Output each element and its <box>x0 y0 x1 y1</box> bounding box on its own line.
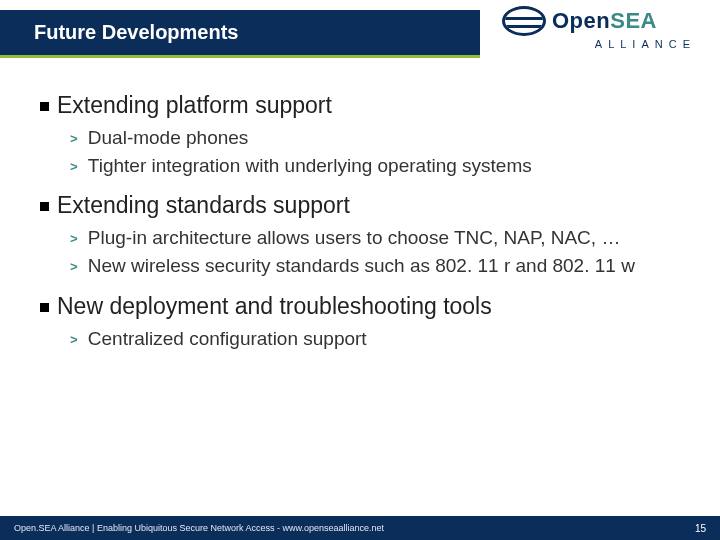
slide: Future Developments OpenSEA ALLIANCE Ext… <box>0 0 720 540</box>
section-heading: Extending standards support <box>40 192 680 219</box>
slide-title: Future Developments <box>34 21 238 44</box>
sub-list: > Dual-mode phones > Tighter integration… <box>70 125 680 178</box>
footer-text: Open.SEA Alliance | Enabling Ubiquitous … <box>14 523 384 533</box>
list-item: > Dual-mode phones <box>70 125 680 151</box>
logo-mark-icon <box>502 6 546 36</box>
item-text: Tighter integration with underlying oper… <box>88 153 680 179</box>
caret-icon: > <box>70 332 78 350</box>
logo-open: Open <box>552 8 610 33</box>
caret-icon: > <box>70 259 78 277</box>
item-text: Plug-in architecture allows users to cho… <box>88 225 680 251</box>
section-heading: Extending platform support <box>40 92 680 119</box>
heading-text: Extending platform support <box>57 92 332 119</box>
logo-row: OpenSEA <box>502 6 657 36</box>
item-text: Centralized configuration support <box>88 326 680 352</box>
section-3: New deployment and troubleshooting tools… <box>40 293 680 352</box>
page-number: 15 <box>695 523 706 534</box>
heading-text: New deployment and troubleshooting tools <box>57 293 492 320</box>
footer-bar: Open.SEA Alliance | Enabling Ubiquitous … <box>0 516 720 540</box>
logo-subtext: ALLIANCE <box>595 38 696 50</box>
square-bullet-icon <box>40 303 49 312</box>
title-bar: Future Developments <box>0 10 480 58</box>
content-area: Extending platform support > Dual-mode p… <box>40 92 680 365</box>
list-item: > Tighter integration with underlying op… <box>70 153 680 179</box>
section-2: Extending standards support > Plug-in ar… <box>40 192 680 278</box>
caret-icon: > <box>70 131 78 149</box>
list-item: > New wireless security standards such a… <box>70 253 680 279</box>
logo-text: OpenSEA <box>552 8 657 34</box>
brand-logo: OpenSEA ALLIANCE <box>502 6 702 62</box>
section-1: Extending platform support > Dual-mode p… <box>40 92 680 178</box>
sub-list: > Centralized configuration support <box>70 326 680 352</box>
heading-text: Extending standards support <box>57 192 350 219</box>
section-heading: New deployment and troubleshooting tools <box>40 293 680 320</box>
item-text: Dual-mode phones <box>88 125 680 151</box>
square-bullet-icon <box>40 102 49 111</box>
list-item: > Plug-in architecture allows users to c… <box>70 225 680 251</box>
sub-list: > Plug-in architecture allows users to c… <box>70 225 680 278</box>
square-bullet-icon <box>40 202 49 211</box>
caret-icon: > <box>70 231 78 249</box>
item-text: New wireless security standards such as … <box>88 253 680 279</box>
caret-icon: > <box>70 159 78 177</box>
list-item: > Centralized configuration support <box>70 326 680 352</box>
logo-sea: SEA <box>610 8 657 33</box>
